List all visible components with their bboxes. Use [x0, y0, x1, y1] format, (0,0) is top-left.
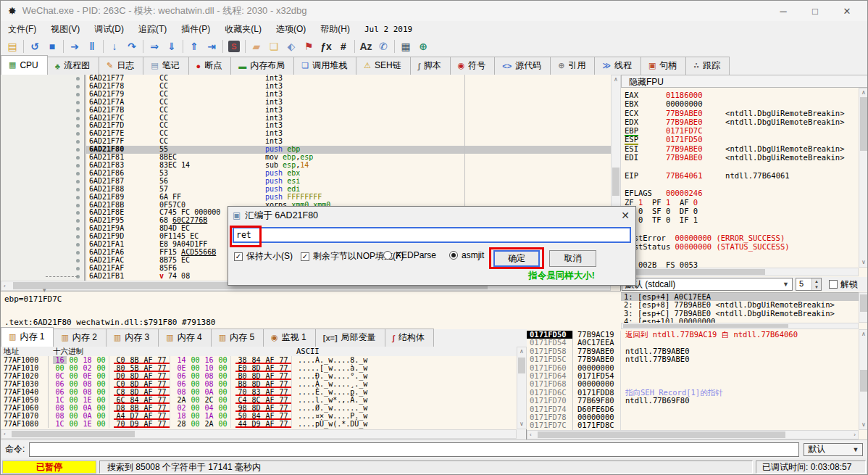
breakpoint-dot-icon[interactable] — [76, 180, 80, 183]
hex-byte[interactable]: 02 — [175, 404, 188, 412]
calling-convention-select[interactable]: 默认 (stdcall) ▼ — [622, 278, 793, 291]
hex-byte[interactable]: 1A — [202, 412, 216, 420]
hex-byte[interactable]: 00 — [94, 388, 108, 396]
hex-byte[interactable]: AF — [141, 380, 155, 388]
command-input[interactable] — [29, 442, 799, 457]
hex-byte[interactable]: AF — [263, 388, 277, 396]
hex-byte[interactable]: 00 — [188, 412, 202, 420]
cancel-button[interactable]: 取消 — [549, 250, 596, 267]
hex-byte[interactable]: 8D — [128, 372, 141, 380]
stack-row[interactable]: 0171FD7C0171FD8C — [527, 421, 859, 429]
xedparse-option[interactable]: XEDParse — [383, 250, 436, 260]
labels-icon[interactable]: ⬖ — [283, 38, 300, 54]
tab-dump-1[interactable]: ▥内存 1 — [1, 327, 54, 347]
tab-dump-5[interactable]: ▥内存 5 — [211, 329, 264, 347]
tab-symbols[interactable]: ◉符号 — [450, 57, 496, 75]
stack-row[interactable]: 0171FD6C0171FDD8指向SEH_Record[1]的指针 — [527, 389, 859, 397]
hex-byte[interactable]: 00 — [188, 420, 202, 428]
hex-byte[interactable]: B0 — [235, 372, 249, 380]
hex-byte[interactable]: 77 — [277, 380, 291, 388]
hex-byte[interactable]: 00 — [67, 364, 80, 372]
menu-options[interactable]: 选项(O) — [269, 22, 313, 37]
hex-byte[interactable]: 08 — [80, 388, 94, 396]
tab-dump-2[interactable]: ▥内存 2 — [53, 329, 106, 347]
stack-row[interactable]: 0171FD7800000000 — [527, 413, 859, 421]
menu-file[interactable]: 文件(F) — [1, 22, 43, 37]
breakpoint-dot-icon[interactable] — [76, 219, 80, 223]
register-line[interactable]: EAX 01186000 — [625, 91, 859, 99]
hex-byte[interactable]: AF — [141, 412, 155, 420]
tab-log[interactable]: ✎日志 — [99, 57, 143, 75]
step-into-icon[interactable]: ↓ — [106, 38, 123, 54]
menu-plugins[interactable]: 插件(P) — [174, 22, 217, 37]
stack-row[interactable]: 0171FD7077B69F80ntdll.77B69F80 — [527, 397, 859, 405]
bookmark-icon[interactable]: ⚑ — [300, 38, 317, 54]
tab-references[interactable]: ⊕引用 — [550, 57, 595, 75]
hex-byte[interactable]: AF — [141, 396, 155, 404]
register-line[interactable] — [625, 251, 859, 260]
hex-byte[interactable]: 77 — [155, 380, 169, 388]
stack-row[interactable]: 0171FD74D60FE6D6 — [527, 405, 859, 413]
hex-byte[interactable]: 16 — [53, 356, 67, 364]
breakpoint-dot-icon[interactable] — [76, 140, 80, 144]
breakpoint-dot-icon[interactable] — [76, 109, 80, 112]
hex-byte[interactable]: 08 — [202, 372, 216, 380]
memory-row[interactable]: 77AF100016001800C08BAF77140016003884AF77… — [1, 356, 517, 364]
restart-icon[interactable]: ↺ — [26, 38, 43, 54]
register-line[interactable] — [625, 162, 859, 170]
hex-byte[interactable]: 77 — [277, 356, 291, 364]
arguments-vertical-scrollbar[interactable] — [859, 292, 868, 323]
hex-byte[interactable]: 6C — [114, 396, 128, 404]
hex-byte[interactable]: AF — [263, 404, 277, 412]
step-over-icon[interactable]: ↷ — [123, 38, 141, 54]
breakpoint-dot-icon[interactable] — [76, 164, 80, 168]
hex-byte[interactable]: AF — [141, 420, 155, 428]
register-line[interactable]: ZF 1 PF 1 AF 0 — [625, 198, 859, 207]
hex-byte[interactable]: 77 — [277, 404, 291, 412]
strings-icon[interactable]: S — [225, 38, 243, 54]
hex-byte[interactable]: 02 — [80, 364, 94, 372]
hex-byte[interactable]: 44 — [235, 420, 249, 428]
disassembly-panel[interactable]: 6AD21F77CCint36AD21F78CCint36AD21F79CCin… — [1, 75, 621, 329]
hex-byte[interactable]: 8D — [128, 380, 141, 388]
hex-byte[interactable]: E0 — [235, 364, 249, 372]
unlock-checkbox[interactable] — [829, 280, 838, 289]
run-icon[interactable]: ➔ — [66, 38, 83, 54]
spin-down-icon[interactable]: ▼ — [812, 284, 821, 290]
hex-byte[interactable]: 00 — [216, 388, 230, 396]
register-line[interactable] — [625, 180, 859, 189]
hex-byte[interactable]: 08 — [53, 404, 67, 412]
register-line[interactable]: EDI 77B9ABE0 <ntdll.DbgUiRemoteBreakin> — [625, 153, 859, 162]
hex-byte[interactable]: 70 — [114, 420, 128, 428]
hex-byte[interactable]: 00 — [216, 420, 230, 428]
hex-byte[interactable]: 0C — [53, 372, 67, 380]
stack-row[interactable]: 0171FD640171FD54 — [527, 372, 859, 380]
memory-row[interactable]: 77AF10200C000E00D08DAF7706000800B08DAF77… — [1, 372, 517, 380]
hex-byte[interactable]: 2A — [202, 420, 216, 428]
tab-script[interactable]: ∫脚本 — [410, 57, 451, 75]
stack-vertical-scrollbar[interactable]: ∧ ∨ — [859, 329, 868, 430]
asmjit-radio[interactable] — [449, 251, 458, 260]
hex-byte[interactable]: 77 — [155, 356, 169, 364]
breakpoint-dot-icon[interactable] — [76, 85, 80, 88]
register-line[interactable]: EBX 00000000 — [625, 99, 859, 108]
register-line[interactable]: EBP 0171FD7C — [625, 126, 859, 135]
keep-size-checkbox[interactable]: ✓ — [234, 252, 243, 261]
hex-byte[interactable]: 00 — [94, 380, 108, 388]
register-list[interactable]: EAX 01186000EBX 00000000ECX 77B9ABE0 <nt… — [621, 88, 859, 268]
hex-byte[interactable]: AF — [141, 356, 155, 364]
breakpoint-dot-icon[interactable] — [76, 156, 80, 160]
breakpoint-dot-icon[interactable] — [76, 77, 80, 80]
hex-byte[interactable]: 8C — [249, 396, 263, 404]
hex-byte[interactable]: 00 — [188, 404, 202, 412]
execute-till-return-icon[interactable]: ⇑ — [185, 38, 203, 54]
hex-byte[interactable]: AF — [263, 396, 277, 404]
hex-byte[interactable]: 70 — [235, 388, 249, 396]
memory-row[interactable]: 77AF101000000200805BAF770E001000E08DAF77… — [1, 364, 517, 372]
hex-byte[interactable]: C4 — [235, 396, 249, 404]
hex-byte[interactable]: 00 — [94, 420, 108, 428]
register-line[interactable]: ESI 77B9ABE0 <ntdll.DbgUiRemoteBreakin> — [625, 144, 859, 153]
hex-byte[interactable]: 00 — [94, 404, 108, 412]
hex-byte[interactable]: 77 — [155, 372, 169, 380]
hash-icon[interactable]: # — [335, 38, 352, 54]
